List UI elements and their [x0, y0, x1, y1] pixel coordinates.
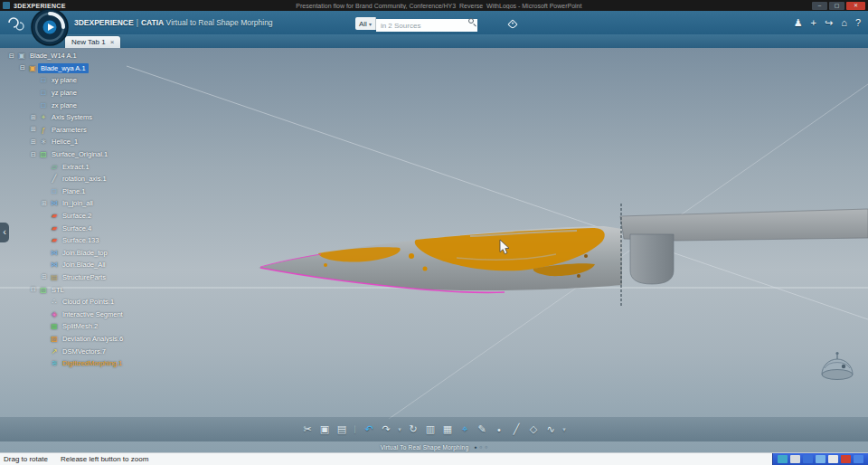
tree-item-label: Surface.2: [60, 211, 94, 221]
tree-item-axis-systems[interactable]: ⊞⌖Axis Systems: [7, 111, 126, 124]
maximize-button[interactable]: ▢: [829, 2, 844, 10]
tree-item-label: Blade_wya A.1: [38, 63, 89, 73]
tree-item-label: Surface.133: [60, 235, 101, 245]
expander-icon[interactable]: ⊞: [29, 114, 38, 121]
page-dot-3[interactable]: ○: [485, 444, 487, 450]
tree-item-stl[interactable]: ⊟▧STL: [7, 283, 126, 296]
expander-icon[interactable]: ⊟: [18, 64, 27, 71]
expander-icon[interactable]: ⊟: [29, 151, 38, 158]
tree-item-dsmvectors-7[interactable]: ↗DSMVectors.7: [7, 345, 126, 357]
search-filter-dropdown[interactable]: All ▾: [355, 17, 376, 30]
analysis-icon: ▨: [49, 335, 60, 343]
surface-icon[interactable]: ◇: [526, 423, 542, 435]
tree-item-cloud-of-points-1[interactable]: ∴Cloud of Points.1: [7, 296, 126, 308]
point-icon[interactable]: •: [492, 424, 507, 435]
search-icon[interactable]: [468, 18, 474, 24]
viewport-3d[interactable]: ⊟▣Blade_W14 A.1⊟▣Blade_wya A.1□xy plane□…: [0, 48, 868, 452]
join-icon: ⋈: [49, 199, 60, 207]
measure-icon[interactable]: ⌖: [458, 423, 473, 435]
tree-item-blade-wya-a-1[interactable]: ⊟▣Blade_wya A.1: [7, 62, 126, 75]
tray-app-4[interactable]: [816, 455, 826, 463]
tree-item-in-join-all[interactable]: ⊞⋈In_join_all: [7, 197, 126, 210]
tree-item-digitizedmorphing-1[interactable]: ≋DigitizedMorphing.1: [7, 357, 126, 370]
search-input[interactable]: [376, 19, 477, 32]
checker-icon[interactable]: ▦: [440, 423, 456, 435]
tree-item-surface-original-1[interactable]: ⊟▧Surface_Original.1: [7, 148, 126, 161]
app-name: CATIA: [141, 18, 164, 27]
folder-icon: ▤: [49, 273, 60, 281]
cut-icon[interactable]: ✂: [300, 423, 316, 435]
tree-item-join-blade-top[interactable]: ⋈Join.Blade_top: [7, 247, 126, 260]
robot-companion-icon[interactable]: [822, 352, 853, 380]
tree-item-rotation-axis-1[interactable]: ╱rotation_axis.1: [7, 173, 126, 185]
history-caret-icon: ▾: [396, 426, 404, 433]
expander-icon[interactable]: ⊞: [40, 273, 49, 280]
expander-icon[interactable]: ⊟: [29, 286, 38, 293]
add-icon[interactable]: +: [811, 15, 816, 30]
tree-item-parameters[interactable]: ⊞ƒParameters: [7, 124, 126, 137]
3ds-logo-icon[interactable]: [5, 14, 25, 31]
tree-item-xy-plane[interactable]: □xy plane: [7, 74, 126, 87]
minimize-button[interactable]: –: [812, 2, 827, 10]
tree-item-extract-1[interactable]: ▱Extract.1: [7, 160, 126, 173]
sketch-icon[interactable]: ✎: [475, 423, 490, 435]
tray-app-3[interactable]: [803, 455, 813, 463]
tree-item-surface-133[interactable]: ▰Surface.133: [7, 234, 126, 247]
user-icon[interactable]: ♟: [794, 15, 803, 30]
update-icon[interactable]: ↻: [406, 423, 421, 435]
tree-item-zx-plane[interactable]: □zx plane: [7, 99, 126, 111]
tree-item-helice-1[interactable]: ⊞∗Helice_1: [7, 136, 126, 148]
analysis-display-icon[interactable]: ▥: [423, 423, 439, 435]
geometrical-set-icon: ▧: [38, 286, 49, 294]
tree-item-splitmesh-2[interactable]: ▦SplitMesh.2: [7, 320, 126, 333]
tree-item-label: Axis Systems: [49, 112, 95, 122]
tray-app-7[interactable]: [854, 455, 863, 463]
close-button[interactable]: ✕: [846, 2, 865, 10]
expander-icon[interactable]: ⊞: [40, 200, 49, 207]
tag-icon[interactable]: [507, 19, 517, 29]
share-icon[interactable]: ↪: [825, 15, 833, 30]
tree-item-blade-w14-a-1[interactable]: ⊟▣Blade_W14 A.1: [7, 50, 126, 62]
tree-item-label: Blade_W14 A.1: [27, 51, 80, 61]
tree-item-plane-1[interactable]: □Plane.1: [7, 185, 126, 198]
tray-app-5[interactable]: [828, 455, 838, 463]
curve-icon[interactable]: ∿: [543, 423, 559, 435]
more-caret-icon: ▾: [561, 426, 569, 433]
expander-icon[interactable]: ⊟: [7, 52, 16, 60]
tray-app-1[interactable]: [778, 455, 788, 463]
page-dot-1[interactable]: ●: [474, 444, 476, 450]
tree-item-deviation-analysis-6[interactable]: ▨Deviation Analysis.6: [7, 333, 126, 346]
redo-icon[interactable]: ↷: [379, 423, 394, 435]
tab-new-tab-1[interactable]: New Tab 1 ×: [65, 36, 120, 48]
tree-item-structureparts[interactable]: ⊞▤StructureParts: [7, 271, 126, 284]
tray-app-2[interactable]: [790, 455, 800, 463]
expander-icon[interactable]: ⊞: [29, 138, 38, 146]
page-dots[interactable]: ●○○: [474, 444, 487, 450]
home-icon[interactable]: ⌂: [841, 15, 847, 30]
tab-close-icon[interactable]: ×: [110, 38, 115, 46]
chevron-down-icon: ▾: [369, 21, 372, 27]
axis-system-icon: ⌖: [38, 113, 49, 122]
toolbar-separator: │: [352, 426, 360, 432]
blade-model[interactable]: [259, 226, 622, 292]
collapse-panel-icon[interactable]: ‹: [0, 223, 9, 242]
tree-item-label: Cloud of Points.1: [60, 297, 117, 307]
tray-app-6[interactable]: [841, 455, 851, 463]
help-icon[interactable]: ?: [855, 15, 861, 30]
tree-item-join-blade-all[interactable]: ⋈Join.Blade_All: [7, 259, 126, 271]
tree-item-interactive-segment[interactable]: ◈Interactive Segment: [7, 308, 126, 320]
expander-icon[interactable]: ⊞: [29, 126, 38, 133]
tree-item-label: Deviation Analysis.6: [60, 334, 126, 344]
line-icon[interactable]: ╱: [509, 423, 524, 435]
mesh-icon: ▦: [49, 322, 60, 330]
global-search: All ▾: [355, 17, 477, 30]
tree-item-yz-plane[interactable]: □yz plane: [7, 87, 126, 100]
tree-item-surface-4[interactable]: ▰Surface.4: [7, 222, 126, 234]
compass-icon[interactable]: [31, 8, 69, 46]
tree-item-surface-2[interactable]: ▰Surface.2: [7, 210, 126, 223]
paste-icon[interactable]: ▤: [335, 423, 350, 435]
hub-model[interactable]: [620, 209, 868, 284]
copy-icon[interactable]: ▣: [317, 423, 333, 435]
page-dot-2[interactable]: ○: [479, 444, 482, 450]
undo-icon[interactable]: ↶: [362, 423, 377, 435]
